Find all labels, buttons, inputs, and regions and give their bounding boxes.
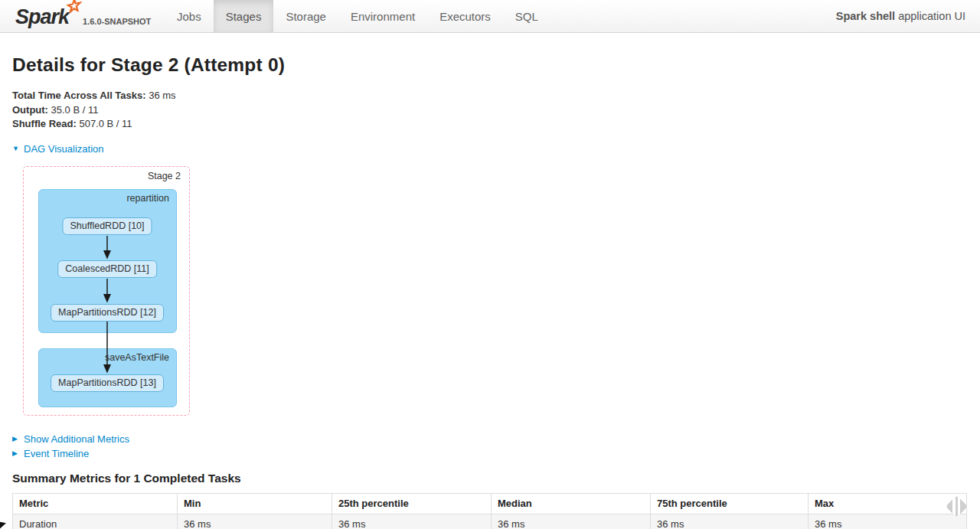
spark-logo-text: Spark [15,5,69,28]
dag-node-coalescedrdd-11[interactable]: CoalescedRDD [11] [57,260,157,278]
event-timeline-label: Event Timeline [24,448,89,459]
dag-visualization-toggle[interactable]: ▼ DAG Visualization [12,143,968,155]
dag-node-mappartitionsrdd-12[interactable]: MapPartitionsRDD [12] [51,304,164,322]
stat-total-time: Total Time Across All Tasks: 36 ms [12,89,968,103]
show-additional-metrics-label: Show Additional Metrics [24,433,129,445]
stat-shuffle-read-value: 507.0 B / 11 [79,118,132,129]
col-header-25th: 25th percentile [332,493,492,514]
tab-executors[interactable]: Executors [427,0,503,32]
summary-metrics-table: Metric Min 25th percentile Median 75th p… [12,493,967,529]
dag-visualization-label: DAG Visualization [24,143,104,155]
table-header-row: Metric Min 25th percentile Median 75th p… [13,493,967,514]
application-name: Spark shell application UI [836,0,980,32]
stat-total-time-value: 36 ms [149,90,175,101]
spark-version: 1.6.0-SNAPSHOT [83,17,151,28]
table-row-duration: Duration 36 ms 36 ms 36 ms 36 ms 36 ms [13,514,967,529]
summary-metrics-heading: Summary Metrics for 1 Completed Tasks [12,472,968,485]
spark-brand[interactable]: Spark ☆ 1.6.0-SNAPSHOT [0,0,165,32]
cell-duration-metric: Duration [13,514,178,529]
tab-environment[interactable]: Environment [338,0,427,32]
cell-duration-min: 36 ms [178,514,332,529]
stat-shuffle-read-label: Shuffle Read: [12,118,77,129]
tab-stages[interactable]: Stages [214,0,274,32]
triangle-right-icon: ▶ [12,449,20,457]
col-header-median: Median [492,493,651,514]
spark-logo: Spark ☆ [15,7,69,28]
stat-output-label: Output: [12,104,48,116]
dag-stage-box: Stage 2 repartition saveAsTextFile Shuff… [23,166,190,416]
col-header-min: Min [178,493,332,514]
stat-output: Output: 35.0 B / 11 [12,103,968,118]
dag-node-shuffledrdd-10[interactable]: ShuffledRDD [10] [62,217,152,235]
tab-storage[interactable]: Storage [273,0,338,32]
stat-output-value: 35.0 B / 11 [51,104,99,116]
col-header-metric: Metric [13,493,178,514]
stage-summary-stats: Total Time Across All Tasks: 36 ms Outpu… [12,89,968,132]
application-name-bold: Spark shell [836,10,895,22]
tab-jobs[interactable]: Jobs [165,0,214,32]
col-header-max: Max [808,493,967,514]
stat-shuffle-read: Shuffle Read: 507.0 B / 11 [12,117,968,132]
show-additional-metrics-toggle[interactable]: ▶ Show Additional Metrics [12,433,968,445]
nav-tabs: Jobs Stages Storage Environment Executor… [165,0,550,32]
col-header-75th: 75th percentile [651,493,808,514]
tab-sql[interactable]: SQL [503,0,550,32]
triangle-right-icon: ▶ [12,435,20,442]
dag-node-mappartitionsrdd-13[interactable]: MapPartitionsRDD [13] [51,374,164,392]
application-name-rest: application UI [898,10,965,22]
stat-total-time-label: Total Time Across All Tasks: [12,90,146,101]
page-title: Details for Stage 2 (Attempt 0) [12,54,968,76]
cell-duration-max: 36 ms [808,514,967,529]
top-navbar: Spark ☆ 1.6.0-SNAPSHOT Jobs Stages Stora… [0,0,980,33]
main-content: Details for Stage 2 (Attempt 0) Total Ti… [0,54,980,529]
cell-duration-median: 36 ms [492,514,651,529]
triangle-down-icon: ▼ [12,145,20,152]
cell-duration-25th: 36 ms [332,514,492,529]
cell-duration-75th: 36 ms [651,514,808,529]
event-timeline-toggle[interactable]: ▶ Event Timeline [12,448,968,459]
